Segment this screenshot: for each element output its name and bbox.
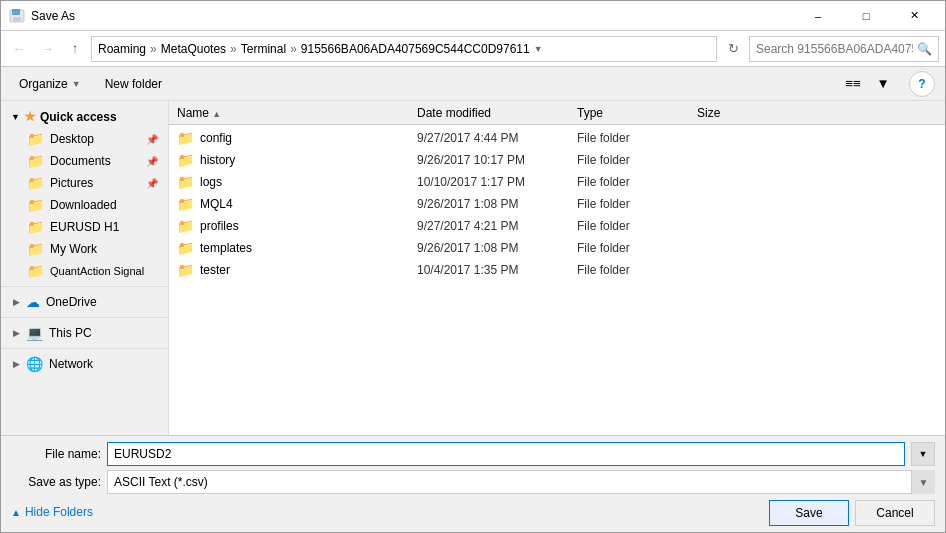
sidebar-item-desktop[interactable]: 📁 Desktop 📌 [1, 128, 168, 150]
filename-dropdown-button[interactable]: ▼ [911, 442, 935, 466]
folder-icon: 📁 [177, 262, 194, 278]
breadcrumb[interactable]: Roaming » MetaQuotes » Terminal » 915566… [91, 36, 717, 62]
cancel-button[interactable]: Cancel [855, 500, 935, 526]
folder-icon: 📁 [177, 240, 194, 256]
breadcrumb-terminal[interactable]: Terminal [241, 42, 286, 56]
file-row-type: File folder [577, 197, 697, 211]
new-folder-button[interactable]: New folder [97, 71, 170, 97]
file-row-name: logs [200, 175, 222, 189]
folder-icon: 📁 [177, 174, 194, 190]
file-list-header: Name ▲ Date modified Type Size [169, 101, 945, 125]
column-date[interactable]: Date modified [417, 106, 577, 120]
table-row[interactable]: 📁 tester 10/4/2017 1:35 PM File folder [169, 259, 945, 281]
file-row-name: history [200, 153, 235, 167]
sidebar-item-network[interactable]: ▶ 🌐 Network [1, 353, 168, 375]
pin-icon-pictures: 📌 [146, 178, 158, 189]
refresh-button[interactable]: ↻ [721, 37, 745, 61]
column-type-label: Type [577, 106, 603, 120]
file-row-type: File folder [577, 131, 697, 145]
hide-folders-button[interactable]: ▲ Hide Folders [11, 499, 93, 525]
forward-button[interactable]: → [35, 37, 59, 61]
column-size[interactable]: Size [697, 106, 777, 120]
documents-folder-icon: 📁 [27, 153, 44, 169]
pin-icon-documents: 📌 [146, 156, 158, 167]
sidebar-item-quantaction[interactable]: 📁 QuantAction Signal [1, 260, 168, 282]
sidebar-item-eurusd[interactable]: 📁 EURUSD H1 [1, 216, 168, 238]
sidebar-item-label-eurusd: EURUSD H1 [50, 220, 119, 234]
sidebar: ▼ ★ Quick access 📁 Desktop 📌 📁 Documents… [1, 101, 169, 435]
breadcrumb-folder[interactable]: 915566BA06ADA407569C544CC0D97611 [301, 42, 530, 56]
file-row-type: File folder [577, 263, 697, 277]
sidebar-header-quick-access[interactable]: ▼ ★ Quick access [1, 105, 168, 128]
search-input[interactable] [756, 42, 913, 56]
file-row-date: 9/27/2017 4:44 PM [417, 131, 577, 145]
folder-icon: 📁 [177, 196, 194, 212]
title-bar: Save As – □ ✕ [1, 1, 945, 31]
table-row[interactable]: 📁 config 9/27/2017 4:44 PM File folder [169, 127, 945, 149]
sidebar-item-pictures[interactable]: 📁 Pictures 📌 [1, 172, 168, 194]
file-row-date: 9/26/2017 1:08 PM [417, 197, 577, 211]
column-name[interactable]: Name ▲ [177, 106, 417, 120]
view-toggle: ≡≡ ▼ ? [839, 71, 935, 97]
file-row-type: File folder [577, 241, 697, 255]
eurusd-folder-icon: 📁 [27, 219, 44, 235]
help-button[interactable]: ? [909, 71, 935, 97]
view-dropdown-button[interactable]: ▼ [869, 71, 897, 97]
breadcrumb-metaquotes[interactable]: MetaQuotes [161, 42, 226, 56]
file-row-name: templates [200, 241, 252, 255]
network-chevron-icon: ▶ [13, 359, 20, 369]
file-row-type: File folder [577, 175, 697, 189]
saveas-label: Save as type: [11, 475, 101, 489]
table-row[interactable]: 📁 history 9/26/2017 10:17 PM File folder [169, 149, 945, 171]
search-icon: 🔍 [917, 42, 932, 56]
sidebar-item-thispc[interactable]: ▶ 💻 This PC [1, 322, 168, 344]
maximize-button[interactable]: □ [843, 2, 889, 30]
save-button[interactable]: Save [769, 500, 849, 526]
file-row-date: 9/26/2017 1:08 PM [417, 241, 577, 255]
sidebar-section-network: ▶ 🌐 Network [1, 353, 168, 375]
column-type[interactable]: Type [577, 106, 697, 120]
thispc-computer-icon: 💻 [26, 325, 43, 341]
sidebar-item-documents[interactable]: 📁 Documents 📌 [1, 150, 168, 172]
table-row[interactable]: 📁 MQL4 9/26/2017 1:08 PM File folder [169, 193, 945, 215]
save-as-dialog: Save As – □ ✕ ← → ↑ Roaming » MetaQuotes… [0, 0, 946, 533]
table-row[interactable]: 📁 logs 10/10/2017 1:17 PM File folder [169, 171, 945, 193]
view-icon: ≡≡ [845, 76, 861, 91]
up-button[interactable]: ↑ [63, 37, 87, 61]
breadcrumb-roaming[interactable]: Roaming [98, 42, 146, 56]
column-name-label: Name [177, 106, 209, 120]
back-button[interactable]: ← [7, 37, 31, 61]
view-button[interactable]: ≡≡ [839, 71, 867, 97]
file-row-type: File folder [577, 153, 697, 167]
file-row-date: 10/4/2017 1:35 PM [417, 263, 577, 277]
organize-button[interactable]: Organize ▼ [11, 71, 89, 97]
hide-folders-label: Hide Folders [25, 505, 93, 519]
sidebar-item-mywork[interactable]: 📁 My Work [1, 238, 168, 260]
table-row[interactable]: 📁 templates 9/26/2017 1:08 PM File folde… [169, 237, 945, 259]
minimize-button[interactable]: – [795, 2, 841, 30]
network-icon: 🌐 [26, 356, 43, 372]
filename-input[interactable] [107, 442, 905, 466]
column-date-label: Date modified [417, 106, 491, 120]
sidebar-item-label-mywork: My Work [50, 242, 97, 256]
sidebar-item-onedrive[interactable]: ▶ ☁ OneDrive [1, 291, 168, 313]
table-row[interactable]: 📁 profiles 9/27/2017 4:21 PM File folder [169, 215, 945, 237]
sidebar-item-label-quantaction: QuantAction Signal [50, 265, 144, 277]
sort-arrow-icon: ▲ [212, 109, 221, 119]
saveas-select[interactable]: ASCII Text (*.csv) [107, 470, 935, 494]
bottom-bar: File name: ▼ Save as type: ASCII Text (*… [1, 435, 945, 532]
close-button[interactable]: ✕ [891, 2, 937, 30]
sidebar-item-downloaded[interactable]: 📁 Downloaded [1, 194, 168, 216]
sidebar-item-label-desktop: Desktop [50, 132, 94, 146]
search-box: 🔍 [749, 36, 939, 62]
breadcrumb-dropdown-icon[interactable]: ▼ [534, 44, 543, 54]
file-row-name: tester [200, 263, 230, 277]
desktop-folder-icon: 📁 [27, 131, 44, 147]
sidebar-section-quick-access: ▼ ★ Quick access 📁 Desktop 📌 📁 Documents… [1, 105, 168, 282]
onedrive-cloud-icon: ☁ [26, 294, 40, 310]
folder-icon: 📁 [177, 152, 194, 168]
address-bar: ← → ↑ Roaming » MetaQuotes » Terminal » … [1, 31, 945, 67]
sidebar-item-label-downloaded: Downloaded [50, 198, 117, 212]
dialog-title: Save As [31, 9, 795, 23]
column-size-label: Size [697, 106, 720, 120]
